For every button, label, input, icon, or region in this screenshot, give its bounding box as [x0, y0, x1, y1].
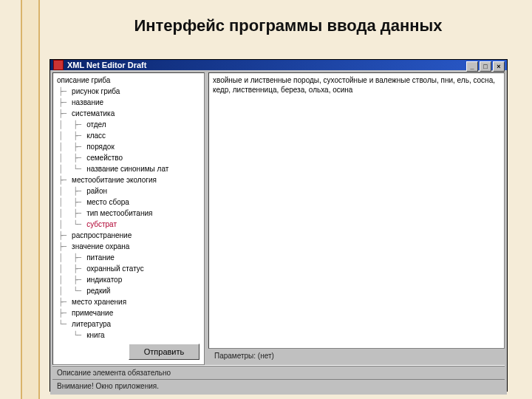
- tree-item-label: район: [84, 186, 107, 197]
- tree-item-label: семейство: [84, 153, 123, 163]
- maximize-button[interactable]: □: [480, 61, 491, 72]
- tree-item-label: местообитание экология: [69, 175, 157, 185]
- status-line-1: Описание элемента обязательно: [52, 366, 505, 379]
- tree-item[interactable]: ├─ место хранения: [55, 296, 204, 307]
- tree-item[interactable]: │ ├─ индикатор: [55, 274, 204, 285]
- tree-item[interactable]: ├─ распространение: [55, 230, 204, 241]
- tree-item-label: индикатор: [84, 275, 122, 285]
- tree-line-icon: │ └─: [55, 219, 84, 230]
- tree-item-label: тип местообитания: [84, 208, 152, 219]
- tree-item[interactable]: │ ├─ место сбора: [55, 197, 204, 208]
- tree-item[interactable]: ├─ местообитание экология: [55, 174, 204, 185]
- tree-item[interactable]: └─ книга: [55, 330, 204, 341]
- tree-line-icon: ├─: [55, 242, 69, 252]
- tree-line-icon: │ ├─: [55, 153, 84, 163]
- tree-item-label: систематика: [69, 109, 115, 119]
- tree-item[interactable]: │ ├─ охранный статус: [55, 263, 204, 274]
- tree-line-icon: ├─: [55, 297, 69, 307]
- tree-line-icon: │ ├─: [55, 253, 84, 263]
- tree-item-label: название синонимы лат: [84, 164, 168, 174]
- tree-item[interactable]: │ ├─ порядок: [55, 141, 204, 152]
- tree-line-icon: └─: [55, 330, 84, 341]
- tree-item[interactable]: │ ├─ класс: [55, 130, 204, 141]
- app-icon: [53, 60, 64, 70]
- tree-item-label: порядок: [84, 142, 115, 152]
- tree-line-icon: │ └─: [55, 286, 84, 296]
- tree-line-icon: │ ├─: [55, 197, 84, 208]
- tree-panel: описание гриба ├─ рисунок гриба ├─ назва…: [52, 72, 205, 365]
- tree-line-icon: │ ├─: [55, 264, 84, 274]
- window-titlebar[interactable]: XML Net Editor Draft _ □ ×: [50, 60, 507, 70]
- tree-line-icon: │ └─: [55, 164, 84, 174]
- tree-item-label: питание: [84, 253, 115, 263]
- tree-line-icon: │ ├─: [55, 275, 84, 285]
- tree-item[interactable]: │ ├─ питание: [55, 252, 204, 263]
- tree-line-icon: ├─: [55, 109, 69, 119]
- tree-line-icon: ├─: [55, 98, 69, 108]
- tree-line-icon: │ ├─: [55, 186, 84, 197]
- tree-item-label: книга: [84, 330, 104, 341]
- tree-item[interactable]: │ ├─ тип местообитания: [55, 208, 204, 219]
- tree-line-icon: │ ├─: [55, 120, 84, 130]
- tree-item[interactable]: │ ├─ семейство: [55, 152, 204, 163]
- tree-item[interactable]: │ ├─ район: [55, 185, 204, 197]
- tree-root[interactable]: описание гриба: [55, 75, 204, 86]
- content-text[interactable]: хвойные и лиственные породы, сухостойные…: [208, 72, 505, 349]
- tree-item-label: распространение: [69, 231, 132, 241]
- statusbar: Описание элемента обязательно Внимание! …: [52, 365, 505, 392]
- tree-item-label: литература: [69, 319, 111, 330]
- tree-line-icon: ├─: [55, 308, 69, 318]
- tree-item-label: редкий: [84, 286, 110, 296]
- tree-line-icon: ├─: [55, 175, 69, 185]
- tree-line-icon: ├─: [55, 231, 69, 241]
- tree-item[interactable]: │ └─ название синонимы лат: [55, 163, 204, 174]
- tree-item-label: рисунок гриба: [69, 86, 120, 97]
- tree-line-icon: │ ├─: [55, 142, 84, 152]
- app-window: XML Net Editor Draft _ □ × описание гриб…: [50, 59, 508, 392]
- tree-item-label: значение охрана: [69, 242, 129, 252]
- tree-item[interactable]: ├─ систематика: [55, 108, 204, 119]
- status-line-2: Внимание! Окно приложения.: [52, 379, 505, 392]
- tree-item[interactable]: ├─ примечание: [55, 307, 204, 318]
- tree-item-label: примечание: [69, 308, 113, 318]
- tree-item-label: место сбора: [84, 197, 129, 208]
- main-split: описание гриба ├─ рисунок гриба ├─ назва…: [52, 72, 505, 365]
- tree[interactable]: описание гриба ├─ рисунок гриба ├─ назва…: [55, 75, 204, 341]
- tree-line-icon: │ ├─: [55, 208, 84, 219]
- submit-button[interactable]: Отправить: [129, 344, 200, 360]
- tree-line-icon: ├─: [55, 86, 69, 97]
- tree-item[interactable]: └─ литература: [55, 318, 204, 330]
- tree-line-icon: │ ├─: [55, 131, 84, 141]
- tree-item[interactable]: ├─ название: [55, 97, 204, 108]
- tree-item[interactable]: │ ├─ отдел: [55, 119, 204, 130]
- right-panel: хвойные и лиственные породы, сухостойные…: [208, 72, 505, 365]
- tree-item[interactable]: ├─ рисунок гриба: [55, 86, 204, 97]
- tree-item[interactable]: │ └─ редкий: [55, 285, 204, 296]
- tree-item-label: охранный статус: [84, 264, 144, 274]
- params-label: Параметры: (нет): [208, 349, 505, 365]
- slide-decor-stripe: [21, 0, 40, 399]
- close-button[interactable]: ×: [493, 61, 505, 72]
- minimize-button[interactable]: _: [466, 61, 478, 72]
- window-title: XML Net Editor Draft: [67, 61, 146, 69]
- tree-item-label: субстрат: [84, 219, 117, 230]
- tree-item-label: класс: [84, 131, 106, 141]
- tree-item-label: место хранения: [69, 297, 126, 307]
- tree-item-label: отдел: [84, 120, 106, 130]
- tree-item-label: название: [69, 98, 103, 108]
- client-area: описание гриба ├─ рисунок гриба ├─ назва…: [50, 70, 507, 395]
- tree-line-icon: └─: [55, 319, 69, 330]
- tree-item-selected[interactable]: │ └─ субстрат: [55, 219, 204, 230]
- slide-title: Интерфейс программы ввода данных: [66, 16, 510, 35]
- tree-item[interactable]: ├─ значение охрана: [55, 241, 204, 252]
